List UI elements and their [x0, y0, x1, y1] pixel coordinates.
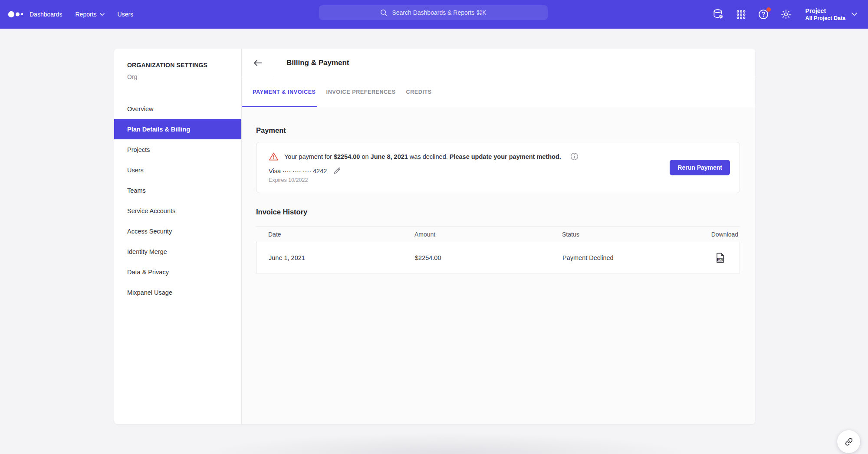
alert-date: June 8, 2021: [371, 153, 408, 160]
search-icon: [380, 9, 388, 16]
sidebar-nav: Overview Plan Details & Billing Projects…: [114, 99, 241, 303]
top-nav: Dashboards Reports Users Search Dashboar…: [0, 0, 868, 29]
nav-reports[interactable]: Reports: [76, 11, 105, 18]
rerun-payment-button[interactable]: Rerun Payment: [670, 160, 730, 175]
sidebar-item-teams[interactable]: Teams: [114, 180, 241, 201]
project-selector-title: Project: [806, 7, 845, 14]
help-icon[interactable]: [758, 9, 769, 20]
sidebar-item-plan-details-billing[interactable]: Plan Details & Billing: [114, 119, 241, 139]
edit-card-icon[interactable]: [333, 167, 341, 175]
pdf-icon-label: PDF: [718, 258, 723, 261]
sidebar-item-overview[interactable]: Overview: [114, 99, 241, 119]
column-header-status: Status: [562, 231, 710, 238]
billing-main: Billing & Payment PAYMENT & INVOICES INV…: [242, 49, 755, 424]
search-placeholder: Search Dashboards & Reports ⌘K: [392, 9, 486, 16]
sidebar-item-data-privacy[interactable]: Data & Privacy: [114, 262, 241, 282]
invoice-table-header: Date Amount Status Download: [256, 226, 740, 242]
nav-links: Dashboards Reports Users: [30, 0, 133, 29]
org-settings-sidebar: ORGANIZATION SETTINGS Org Overview Plan …: [114, 49, 242, 424]
sidebar-item-access-security[interactable]: Access Security: [114, 221, 241, 241]
sidebar-item-users[interactable]: Users: [114, 160, 241, 180]
payment-card: Your payment for $2254.00 on June 8, 202…: [256, 142, 740, 193]
card-on-file: Visa ···· ···· ···· 4242: [269, 167, 727, 175]
settings-gear-icon[interactable]: [780, 9, 792, 20]
billing-tabs: PAYMENT & INVOICES INVOICE PREFERENCES C…: [242, 77, 755, 107]
invoice-history-title: Invoice History: [256, 208, 740, 216]
sidebar-heading: ORGANIZATION SETTINGS: [127, 62, 241, 69]
search-input[interactable]: Search Dashboards & Reports ⌘K: [319, 5, 548, 20]
nav-right-cluster: Project All Project Data: [713, 0, 857, 29]
invoice-row: June 1, 2021 $2254.00 Payment Declined P…: [256, 242, 740, 273]
info-icon[interactable]: [570, 152, 579, 161]
card-number: Visa ···· ···· ···· 4242: [269, 168, 327, 174]
nav-users-label: Users: [118, 11, 134, 18]
tab-payment-invoices[interactable]: PAYMENT & INVOICES: [242, 77, 321, 107]
copy-link-button[interactable]: [837, 430, 860, 453]
apps-grid-icon[interactable]: [736, 9, 746, 20]
tab-invoice-preferences[interactable]: INVOICE PREFERENCES: [321, 77, 401, 107]
link-icon: [845, 438, 853, 446]
invoice-date: June 1, 2021: [269, 254, 415, 261]
card-masked-digits: ···· ···· ···· 4242: [283, 168, 327, 174]
alert-amount: $2254.00: [334, 153, 360, 160]
nav-dashboards[interactable]: Dashboards: [30, 11, 62, 18]
help-notification-badge: [766, 7, 771, 12]
alert-middle: on: [360, 153, 370, 160]
warning-triangle-icon: [269, 152, 279, 161]
bottom-shadow: [208, 433, 686, 454]
alert-suffix: was declined.: [408, 153, 450, 160]
column-header-download: Download: [710, 231, 738, 238]
tab-credits[interactable]: CREDITS: [401, 77, 437, 107]
project-selector-subtitle: All Project Data: [806, 15, 845, 21]
invoice-amount: $2254.00: [415, 254, 562, 261]
card-expiry: Expires 10/2022: [269, 177, 727, 183]
sidebar-item-projects[interactable]: Projects: [114, 139, 241, 160]
page-header: Billing & Payment: [242, 49, 755, 77]
sidebar-item-mixpanel-usage[interactable]: Mixpanel Usage: [114, 282, 241, 303]
mixpanel-logo-icon[interactable]: [8, 10, 25, 18]
sidebar-item-identity-merge[interactable]: Identity Merge: [114, 241, 241, 262]
alert-prefix: Your payment for: [284, 153, 334, 160]
nav-users[interactable]: Users: [118, 11, 134, 18]
data-management-icon[interactable]: [713, 9, 724, 20]
invoice-status: Payment Declined: [562, 254, 710, 261]
page-title: Billing & Payment: [286, 49, 349, 77]
column-header-date: Date: [268, 231, 414, 238]
alert-text: Your payment for $2254.00 on June 8, 202…: [284, 153, 561, 160]
payment-section-title: Payment: [256, 107, 740, 135]
tab-content: Payment Your payment for $2254.00 on Jun…: [242, 107, 755, 424]
card-brand: Visa: [269, 168, 281, 174]
download-pdf-icon[interactable]: PDF: [716, 253, 725, 263]
chevron-down-icon: [852, 13, 857, 16]
payment-declined-alert: Your payment for $2254.00 on June 8, 202…: [269, 152, 727, 161]
chevron-down-icon: [100, 13, 105, 16]
sidebar-item-service-accounts[interactable]: Service Accounts: [114, 201, 241, 221]
arrow-left-icon: [253, 59, 263, 67]
column-header-amount: Amount: [414, 231, 562, 238]
settings-panel: ORGANIZATION SETTINGS Org Overview Plan …: [114, 49, 755, 424]
project-selector[interactable]: Project All Project Data: [806, 7, 857, 21]
alert-bold-suffix: Please update your payment method.: [450, 153, 561, 160]
invoice-table: Date Amount Status Download June 1, 2021…: [256, 226, 740, 273]
nav-dashboards-label: Dashboards: [30, 11, 62, 18]
org-name: Org: [127, 73, 241, 80]
back-button[interactable]: [242, 49, 274, 77]
nav-reports-label: Reports: [76, 11, 97, 18]
